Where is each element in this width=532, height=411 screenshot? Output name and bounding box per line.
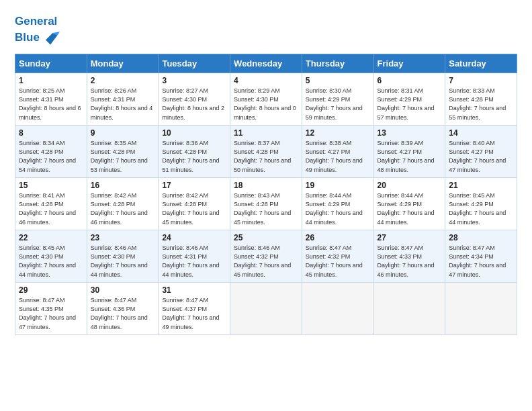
day-number: 7 [449, 76, 513, 85]
sunrise-text: Sunrise: 8:29 AM [234, 87, 280, 94]
calendar-cell: 18 Sunrise: 8:43 AMSunset: 4:28 PMDaylig… [230, 178, 302, 230]
day-info: Sunrise: 8:31 AMSunset: 4:29 PMDaylight:… [378, 87, 442, 122]
calendar-cell: 4 Sunrise: 8:29 AMSunset: 4:30 PMDayligh… [230, 73, 302, 126]
calendar-cell [302, 283, 373, 335]
logo-text: General [15, 15, 60, 28]
sunset-text: Sunset: 4:28 PM [234, 201, 279, 208]
sunrise-text: Sunrise: 8:26 AM [91, 87, 137, 94]
day-number: 25 [234, 233, 298, 242]
calendar-cell: 1 Sunrise: 8:25 AMSunset: 4:31 PMDayligh… [15, 73, 87, 126]
day-number: 29 [19, 285, 83, 295]
weekday-header-saturday: Saturday [445, 54, 517, 73]
calendar-cell: 17 Sunrise: 8:42 AMSunset: 4:28 PMDaylig… [159, 178, 230, 230]
calendar-cell: 3 Sunrise: 8:27 AMSunset: 4:30 PMDayligh… [159, 73, 230, 126]
calendar-cell: 11 Sunrise: 8:37 AMSunset: 4:28 PMDaylig… [230, 126, 302, 178]
sunrise-text: Sunrise: 8:35 AM [91, 140, 137, 146]
day-number: 13 [378, 128, 442, 138]
weekday-header-sunday: Sunday [15, 54, 87, 73]
day-number: 4 [234, 76, 298, 85]
sunrise-text: Sunrise: 8:47 AM [306, 244, 352, 251]
daylight-hours-label: Daylight: 7 hours and 44 minutes. [19, 262, 76, 277]
sunset-text: Sunset: 4:29 PM [378, 96, 423, 103]
sunset-text: Sunset: 4:28 PM [19, 201, 64, 208]
daylight-hours-label: Daylight: 7 hours and 44 minutes. [378, 210, 435, 225]
sunrise-text: Sunrise: 8:34 AM [19, 140, 65, 146]
day-info: Sunrise: 8:45 AMSunset: 4:30 PMDaylight:… [19, 244, 83, 279]
sunset-text: Sunset: 4:36 PM [91, 306, 136, 312]
daylight-hours-label: Daylight: 7 hours and 45 minutes. [162, 210, 219, 225]
day-info: Sunrise: 8:47 AMSunset: 4:37 PMDaylight:… [162, 296, 226, 331]
logo-blue: Blue [15, 31, 40, 44]
day-number: 17 [162, 181, 226, 190]
day-info: Sunrise: 8:38 AMSunset: 4:27 PMDaylight:… [306, 139, 370, 174]
day-number: 18 [234, 181, 298, 190]
daylight-hours-label: Daylight: 7 hours and 44 minutes. [306, 210, 363, 225]
logo-bird-icon [41, 28, 60, 47]
sunrise-text: Sunrise: 8:42 AM [162, 192, 208, 199]
sunset-text: Sunset: 4:30 PM [234, 96, 279, 103]
daylight-hours-label: Daylight: 7 hours and 59 minutes. [306, 105, 363, 120]
daylight-hours-label: Daylight: 8 hours and 6 minutes. [19, 105, 81, 120]
sunset-text: Sunset: 4:29 PM [449, 201, 494, 208]
sunset-text: Sunset: 4:28 PM [162, 148, 207, 155]
day-info: Sunrise: 8:42 AMSunset: 4:28 PMDaylight:… [162, 191, 226, 226]
calendar-cell: 25 Sunrise: 8:46 AMSunset: 4:32 PMDaylig… [230, 230, 302, 283]
calendar-cell: 16 Sunrise: 8:42 AMSunset: 4:28 PMDaylig… [87, 178, 159, 230]
day-info: Sunrise: 8:46 AMSunset: 4:32 PMDaylight:… [234, 244, 298, 279]
sunset-text: Sunset: 4:28 PM [449, 96, 494, 103]
day-info: Sunrise: 8:42 AMSunset: 4:28 PMDaylight:… [91, 191, 155, 226]
day-number: 26 [306, 233, 370, 242]
calendar-cell: 19 Sunrise: 8:44 AMSunset: 4:29 PMDaylig… [302, 178, 373, 230]
calendar-week-2: 8 Sunrise: 8:34 AMSunset: 4:28 PMDayligh… [15, 126, 517, 178]
calendar-cell: 22 Sunrise: 8:45 AMSunset: 4:30 PMDaylig… [15, 230, 87, 283]
day-number: 14 [449, 128, 513, 138]
calendar-cell: 12 Sunrise: 8:38 AMSunset: 4:27 PMDaylig… [302, 126, 373, 178]
calendar-cell: 30 Sunrise: 8:47 AMSunset: 4:36 PMDaylig… [87, 283, 159, 335]
sunset-text: Sunset: 4:28 PM [91, 201, 136, 208]
sunrise-text: Sunrise: 8:41 AM [19, 192, 65, 199]
calendar-cell: 5 Sunrise: 8:30 AMSunset: 4:29 PMDayligh… [302, 73, 373, 126]
sunset-text: Sunset: 4:28 PM [234, 148, 279, 155]
daylight-hours-label: Daylight: 7 hours and 53 minutes. [91, 157, 148, 173]
sunset-text: Sunset: 4:35 PM [19, 306, 64, 312]
day-number: 23 [91, 233, 155, 242]
day-number: 5 [306, 76, 370, 85]
sunrise-text: Sunrise: 8:33 AM [449, 87, 495, 94]
day-info: Sunrise: 8:44 AMSunset: 4:29 PMDaylight:… [306, 191, 370, 226]
sunrise-text: Sunrise: 8:44 AM [378, 192, 424, 199]
weekday-header-thursday: Thursday [302, 54, 373, 73]
sunrise-text: Sunrise: 8:47 AM [162, 297, 208, 304]
day-info: Sunrise: 8:40 AMSunset: 4:27 PMDaylight:… [449, 139, 513, 174]
sunset-text: Sunset: 4:32 PM [306, 253, 351, 260]
calendar-week-5: 29 Sunrise: 8:47 AMSunset: 4:35 PMDaylig… [15, 283, 517, 335]
sunrise-text: Sunrise: 8:46 AM [162, 244, 208, 251]
day-number: 1 [19, 76, 83, 85]
page: General Blue SundayMondayTuesdayWednesda… [0, 0, 532, 345]
calendar-cell [230, 283, 302, 335]
day-number: 8 [19, 128, 83, 138]
daylight-hours-label: Daylight: 7 hours and 50 minutes. [234, 157, 291, 173]
weekday-header-monday: Monday [87, 54, 159, 73]
logo-general: General [15, 15, 57, 28]
sunset-text: Sunset: 4:27 PM [449, 148, 494, 155]
day-number: 16 [91, 181, 155, 190]
calendar-cell: 2 Sunrise: 8:26 AMSunset: 4:31 PMDayligh… [87, 73, 159, 126]
calendar-week-1: 1 Sunrise: 8:25 AMSunset: 4:31 PMDayligh… [15, 73, 517, 126]
daylight-hours-label: Daylight: 7 hours and 46 minutes. [91, 210, 148, 225]
calendar-cell: 29 Sunrise: 8:47 AMSunset: 4:35 PMDaylig… [15, 283, 87, 335]
calendar-week-4: 22 Sunrise: 8:45 AMSunset: 4:30 PMDaylig… [15, 230, 517, 283]
sunset-text: Sunset: 4:27 PM [306, 148, 351, 155]
day-info: Sunrise: 8:34 AMSunset: 4:28 PMDaylight:… [19, 139, 83, 174]
day-number: 30 [91, 285, 155, 295]
day-number: 22 [19, 233, 83, 242]
daylight-hours-label: Daylight: 8 hours and 2 minutes. [162, 105, 224, 120]
sunrise-text: Sunrise: 8:31 AM [378, 87, 424, 94]
sunset-text: Sunset: 4:30 PM [19, 253, 64, 260]
sunset-text: Sunset: 4:32 PM [234, 253, 279, 260]
sunrise-text: Sunrise: 8:27 AM [162, 87, 208, 94]
sunrise-text: Sunrise: 8:43 AM [234, 192, 280, 199]
sunset-text: Sunset: 4:31 PM [91, 96, 136, 103]
day-number: 31 [162, 285, 226, 295]
day-info: Sunrise: 8:47 AMSunset: 4:34 PMDaylight:… [449, 244, 513, 279]
daylight-hours-label: Daylight: 7 hours and 47 minutes. [19, 314, 76, 330]
